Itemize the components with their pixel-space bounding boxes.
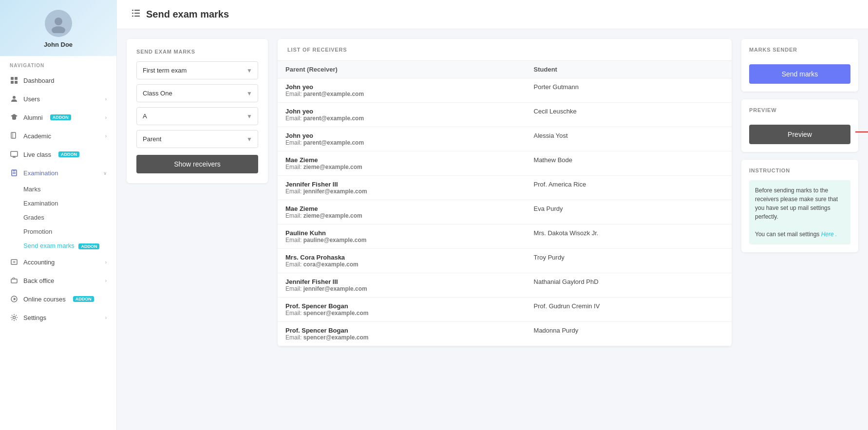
receiver-name: Prof. Spencer Bogan: [285, 302, 518, 310]
receiver-email: Email: jennifer@example.com: [285, 188, 518, 195]
sidebar-item-alumni[interactable]: Alumni addon ›: [0, 108, 116, 127]
class-select-wrapper: Class One Class Two Class Three ▼: [136, 84, 258, 102]
sidebar: John Doe NAVIGATION Dashboard Users › Al…: [0, 0, 117, 430]
sidebar-item-dashboard[interactable]: Dashboard: [0, 71, 116, 90]
svg-point-1: [52, 26, 65, 33]
table-row: John yeo Email: parent@example.com Porte…: [278, 78, 732, 103]
subnav-grades[interactable]: Grades: [23, 210, 116, 224]
table-row: Mae Zieme Email: zieme@example.com Eva P…: [278, 200, 732, 224]
receiver-email: Email: parent@example.com: [285, 91, 518, 97]
class-select[interactable]: Class One Class Two Class Three: [136, 84, 258, 102]
student-name: Mrs. Dakota Wisozk Jr.: [534, 229, 724, 237]
chevron-right-icon: ›: [105, 260, 107, 265]
col-student: Student: [526, 61, 732, 78]
instruction-text1: Before sending marks to the receivers pl…: [755, 186, 845, 221]
receiver-name: Mrs. Cora Prohaska: [285, 254, 518, 261]
show-receivers-button[interactable]: Show receivers: [136, 155, 258, 173]
subnav-marks[interactable]: Marks: [23, 182, 116, 196]
receivers-table: Parent (Receiver) Student John yeo Email…: [278, 61, 732, 346]
student-name: Cecil Leuschke: [534, 108, 724, 115]
table-row: Prof. Spencer Bogan Email: spencer@examp…: [278, 298, 732, 322]
sidebar-item-accounting[interactable]: Accounting ›: [0, 253, 116, 271]
preview-button[interactable]: Preview: [749, 125, 850, 144]
subnav-examination[interactable]: Examination: [23, 196, 116, 210]
sidebar-item-label: Live class: [23, 151, 51, 158]
receiver-email: Email: parent@example.com: [285, 139, 518, 146]
receiver-email: Email: zieme@example.com: [285, 212, 518, 219]
exam-select[interactable]: First term exam Second term exam: [136, 61, 258, 79]
chevron-right-icon: ›: [105, 96, 107, 102]
recipient-select-wrapper: Parent Student ▼: [136, 130, 258, 148]
table-row: Mrs. Cora Prohaska Email: cora@example.c…: [278, 249, 732, 273]
student-name: Madonna Purdy: [534, 327, 724, 334]
briefcase-icon: [10, 276, 19, 285]
send-panel-title: SEND EXAM MARKS: [136, 49, 258, 55]
receiver-name: Mae Zieme: [285, 156, 518, 164]
sidebar-profile: John Doe: [0, 0, 116, 56]
page-title: Send exam marks: [146, 9, 229, 20]
receiver-name: John yeo: [285, 83, 518, 91]
svg-point-0: [55, 18, 62, 25]
dollar-icon: [10, 258, 19, 266]
addon-badge: addon: [50, 114, 71, 120]
student-name: Prof. America Rice: [534, 181, 724, 188]
col-parent: Parent (Receiver): [278, 61, 526, 78]
username: John Doe: [44, 41, 73, 48]
table-row: John yeo Email: parent@example.com Aless…: [278, 127, 732, 151]
svg-rect-7: [11, 132, 16, 138]
instruction-text2: You can set mail settings Here .: [755, 230, 845, 239]
monitor-icon: [10, 150, 19, 159]
sidebar-item-online-courses[interactable]: Online courses addon: [0, 290, 116, 308]
receiver-name: Jennifer Fisher III: [285, 278, 518, 285]
mail-settings-link[interactable]: Here .: [821, 231, 837, 238]
subnav-promotion[interactable]: Promotion: [23, 224, 116, 239]
svg-point-6: [13, 96, 16, 99]
section-select[interactable]: A B C: [136, 107, 258, 125]
receiver-name: Mae Zieme: [285, 205, 518, 212]
sidebar-item-academic[interactable]: Academic ›: [0, 127, 116, 145]
student-name: Eva Purdy: [534, 205, 724, 212]
send-exam-marks-panel: SEND EXAM MARKS First term exam Second t…: [127, 39, 268, 183]
svg-rect-22: [134, 16, 140, 17]
sidebar-item-backoffice[interactable]: Back office ›: [0, 271, 116, 290]
svg-rect-2: [11, 77, 14, 80]
sidebar-item-label: Accounting: [23, 259, 55, 266]
sidebar-item-label: Alumni: [23, 114, 43, 121]
sidebar-item-label: Back office: [23, 277, 54, 284]
clipboard-icon: [10, 168, 19, 177]
send-marks-button[interactable]: Send marks: [749, 64, 850, 84]
table-row: Pauline Kuhn Email: pauline@example.com …: [278, 224, 732, 249]
marks-sender-title: MARKS SENDER: [749, 47, 850, 53]
addon-badge: addon: [78, 243, 99, 249]
student-name: Nathanial Gaylord PhD: [534, 278, 724, 285]
main-content: Send exam marks SEND EXAM MARKS First te…: [117, 0, 868, 430]
student-name: Porter Gutmann: [534, 83, 724, 91]
sidebar-item-examination[interactable]: Examination ∨: [0, 164, 116, 182]
marks-sender-panel: MARKS SENDER Send marks: [741, 39, 858, 92]
receivers-panel-title: LIST OF RECEIVERS: [278, 39, 732, 61]
sidebar-item-settings[interactable]: Settings ›: [0, 308, 116, 327]
table-row: Jennifer Fisher III Email: jennifer@exam…: [278, 273, 732, 298]
grid-icon: [10, 76, 19, 85]
student-name: Alessia Yost: [534, 132, 724, 139]
receivers-table-scroll[interactable]: Parent (Receiver) Student John yeo Email…: [278, 61, 732, 346]
play-icon: [10, 295, 19, 303]
instruction-box: Before sending marks to the receivers pl…: [749, 180, 850, 244]
table-row: Mae Zieme Email: zieme@example.com Mathe…: [278, 151, 732, 176]
preview-title: PREVIEW: [749, 107, 850, 113]
receiver-name: John yeo: [285, 132, 518, 139]
sidebar-item-users[interactable]: Users ›: [0, 90, 116, 108]
table-row: John yeo Email: parent@example.com Cecil…: [278, 103, 732, 127]
content-area: SEND EXAM MARKS First term exam Second t…: [117, 29, 868, 430]
avatar: [45, 10, 72, 37]
sidebar-item-liveclass[interactable]: Live class addon: [0, 145, 116, 164]
sidebar-item-label: Dashboard: [23, 77, 55, 84]
instruction-title: INSTRUCTION: [749, 168, 850, 173]
svg-point-16: [13, 317, 16, 319]
subnav-send-exam-marks[interactable]: Send exam marks addon: [23, 239, 116, 253]
student-name: Prof. Gudrun Cremin IV: [534, 302, 724, 310]
addon-badge: addon: [58, 151, 79, 157]
recipient-select[interactable]: Parent Student: [136, 130, 258, 148]
chevron-right-icon: ›: [105, 115, 107, 120]
instruction-panel: INSTRUCTION Before sending marks to the …: [741, 160, 858, 252]
